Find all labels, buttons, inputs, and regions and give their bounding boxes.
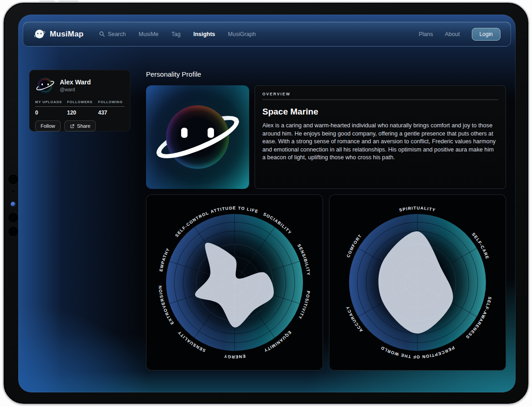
camera-dot: [8, 213, 18, 223]
overview-card: OVERVIEW Space Marine Alex is a caring a…: [255, 85, 506, 189]
svg-text:SPIRITUALITY: SPIRITUALITY: [399, 206, 436, 213]
musimap-planet-icon: [33, 28, 46, 40]
radar-card-wellbeing: SPIRITUALITYSELF-CARESELF-AWARENESSPERCE…: [329, 194, 506, 370]
camera-dot: [8, 174, 18, 184]
nav-item-label: Search: [108, 31, 126, 37]
radar-chart-personality-traits: ATTITUDE TO LIFESOCIABILITYSENSIBILITYPO…: [146, 195, 323, 370]
camera-lens: [10, 202, 16, 207]
search-icon: [99, 31, 105, 37]
overview-body: Alex is a caring and warm-hearted indivi…: [262, 122, 498, 162]
radar-chart-wellbeing: SPIRITUALITYSELF-CARESELF-AWARENESSPERCE…: [329, 195, 506, 370]
profile-card: Alex Ward @ward MY UPLOADS FOLLOWERS FOL…: [29, 70, 130, 131]
share-button[interactable]: Share: [64, 120, 96, 131]
profile-stats-header: MY UPLOADS FOLLOWERS FOLLOWING: [35, 100, 125, 107]
stat-value: 0: [35, 110, 67, 116]
stat-label: FOLLOWERS: [67, 100, 98, 104]
share-label: Share: [77, 123, 90, 129]
personality-avatar-card: [146, 85, 249, 189]
svg-text:ENERGY: ENERGY: [224, 354, 246, 359]
nav-item-plans[interactable]: Plans: [419, 31, 433, 37]
stat-label: FOLLOWING: [98, 100, 123, 104]
brand-name: MusiMap: [50, 30, 83, 39]
camera-dot: [8, 226, 18, 236]
page: MusiMap Search MusiMe Tag Insights: [0, 0, 532, 407]
page-title: Personality Profile: [146, 70, 201, 78]
avatar: [35, 75, 55, 95]
mic-dot: [12, 190, 15, 193]
profile-stats-values: 0 120 437: [35, 110, 125, 116]
overview-title: Space Marine: [262, 107, 498, 117]
overview-label: OVERVIEW: [262, 92, 498, 96]
follow-label: Follow: [41, 123, 55, 129]
stat-value: 437: [98, 110, 107, 116]
follow-button[interactable]: Follow: [35, 120, 61, 131]
nav-item-about[interactable]: About: [445, 31, 460, 37]
nav-item-label: Insights: [193, 31, 215, 37]
nav-item-label: Tag: [172, 31, 181, 37]
app-screen: MusiMap Search MusiMe Tag Insights: [18, 15, 516, 392]
nav-item-tag[interactable]: Tag: [172, 31, 181, 37]
nav-item-insights[interactable]: Insights: [193, 31, 215, 37]
nav-item-search[interactable]: Search: [99, 31, 126, 37]
profile-handle: @ward: [60, 87, 91, 92]
stat-label: MY UPLOADS: [35, 100, 67, 104]
navbar: MusiMap Search MusiMe Tag Insights: [23, 21, 511, 47]
planet-avatar: [146, 85, 249, 189]
stat-value: 120: [67, 110, 98, 116]
login-button[interactable]: Login: [472, 28, 501, 41]
radar-card-traits: ATTITUDE TO LIFESOCIABILITYSENSIBILITYPO…: [146, 194, 323, 370]
nav-item-label: MusiMe: [139, 31, 159, 37]
brand-logo[interactable]: MusiMap: [33, 28, 83, 40]
divider: [262, 99, 498, 100]
svg-text:ATTITUDE TO LIFE: ATTITUDE TO LIFE: [210, 206, 259, 214]
nav-item-label: MusiGraph: [228, 31, 256, 37]
share-icon: [70, 124, 75, 129]
tablet-bezel: MusiMap Search MusiMe Tag Insights: [3, 2, 529, 405]
profile-name: Alex Ward: [60, 78, 91, 86]
nav-item-musime[interactable]: MusiMe: [139, 31, 159, 37]
nav-item-musigraph[interactable]: MusiGraph: [228, 31, 256, 37]
